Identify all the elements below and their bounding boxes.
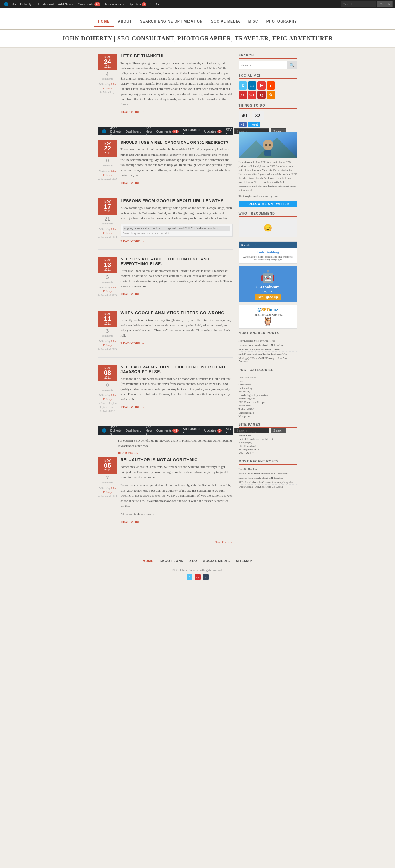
sidebar-search-button[interactable]: 🔍 xyxy=(287,61,297,69)
recent-1[interactable]: Should I use a Rel=Canonical or 301 Redi… xyxy=(239,471,297,476)
page-3[interactable]: Photography xyxy=(239,441,297,444)
page-6[interactable]: What is SEO? xyxy=(239,451,297,455)
most-shared-item-2[interactable]: #1 at SEO for @everywhereeat. I would... xyxy=(239,347,297,352)
post-2-title[interactable]: Should I Use a Rel=Canonical or 301 Redi… xyxy=(121,140,233,145)
ab2-user[interactable]: John Doherty ▾ xyxy=(109,125,124,138)
footer-nav-social[interactable]: Social Media xyxy=(203,559,230,562)
ab2-dashboard[interactable]: Dashboard xyxy=(124,128,143,134)
post-4-read-more[interactable]: Read more xyxy=(121,292,145,296)
admin-search-button[interactable]: Search xyxy=(377,1,393,7)
ab2-comments[interactable]: Comments 42 xyxy=(154,128,180,135)
post-6-read-more[interactable]: Read more xyxy=(121,405,145,409)
footer-twitter-icon[interactable]: 𝕥 xyxy=(186,574,192,580)
gplus-icon[interactable]: g+ xyxy=(239,91,247,99)
wp-logo-icon[interactable] xyxy=(2,1,10,7)
things-gplus-button[interactable]: +1 xyxy=(239,122,247,127)
post-5-read-more[interactable]: Read more xyxy=(121,342,145,345)
cat-2[interactable]: Guest Posts xyxy=(239,383,297,386)
post-7-title[interactable]: Rel=Author is Not Algorithmic xyxy=(121,457,233,462)
post-5-title[interactable]: When Google Analytics Filters Go Wrong xyxy=(121,310,233,315)
nav-about[interactable]: About xyxy=(114,17,136,27)
cat-4[interactable]: Miscellany xyxy=(239,390,297,393)
admin-seo[interactable]: SEO ▾ xyxy=(148,1,161,7)
cat-0[interactable]: Book Publishing xyxy=(239,376,297,379)
footer-tumblr-icon[interactable]: t xyxy=(203,574,209,580)
cat-1[interactable]: Excel xyxy=(239,379,297,383)
most-shared-item-0[interactable]: How Distilled Stole My Page Title xyxy=(239,339,297,343)
admin-dashboard[interactable]: Dashboard xyxy=(36,1,56,7)
youtube-icon[interactable]: ▶ xyxy=(257,81,266,90)
nav-home[interactable]: Home xyxy=(94,17,114,27)
admin-user-menu[interactable]: John Doherty ▾ xyxy=(10,1,36,7)
page-1[interactable]: About John xyxy=(239,434,297,437)
follow-twitter-button[interactable]: Follow Me on Twitter xyxy=(239,201,297,207)
post-1-read-more[interactable]: Read More xyxy=(121,110,145,114)
post-2-read-more[interactable]: Read more xyxy=(121,181,145,185)
seo-software-ad[interactable]: 🤖 SEO Software simplified Get Signed Up xyxy=(239,266,297,302)
ab3-updates[interactable]: Updates 3 xyxy=(203,428,224,434)
ab2-addnew[interactable]: Add New ▾ xyxy=(144,125,154,138)
page-5[interactable]: The Beginner SEO xyxy=(239,448,297,451)
cat-7[interactable]: SEO Conference Recaps xyxy=(239,400,297,404)
footer-nav-seo[interactable]: SEO xyxy=(189,559,197,562)
twitter-icon[interactable]: 𝕥 xyxy=(239,81,247,90)
footer-nav-home[interactable]: Home xyxy=(143,559,154,562)
nav-social[interactable]: Social Media xyxy=(207,17,244,27)
ab3-addnew[interactable]: Add New ▾ xyxy=(144,424,154,437)
cat-6[interactable]: Search Engines xyxy=(239,397,297,400)
post-4-title[interactable]: SEO: It's All About the Content. And Eve… xyxy=(121,257,233,266)
post-1-title[interactable]: Let's Be Thankful xyxy=(121,54,233,58)
seo-signup-button[interactable]: Get Signed Up xyxy=(255,294,281,300)
things-tweet-button[interactable]: Tweet xyxy=(248,122,260,127)
cat-9[interactable]: Technical SEO xyxy=(239,407,297,411)
recent-3[interactable]: SEO: It's all about the Content. And eve… xyxy=(239,480,297,485)
footer-nav-about[interactable]: About John xyxy=(159,559,184,562)
nav-photography[interactable]: Photography xyxy=(262,17,301,27)
link-building-ad[interactable]: BuzzStream for Link Building Automated t… xyxy=(239,242,297,264)
reddit-icon[interactable]: r xyxy=(267,81,275,90)
nav-seo[interactable]: Search Engine Optimization xyxy=(136,17,207,27)
most-shared-item-3[interactable]: Link Prospecting with Twitter Tools and … xyxy=(239,352,297,356)
ab3-appearance[interactable]: Appearance ▾ xyxy=(181,426,202,435)
post-6-title[interactable]: SEO Facepalms: Don't Hide Content Behind… xyxy=(121,365,233,374)
post-7-read-more[interactable]: Read More xyxy=(121,520,145,524)
post-3-title[interactable]: Lessons from Google about URL Lengths xyxy=(121,198,233,203)
recent-2[interactable]: Lessons from Google about URL Lengths xyxy=(239,476,297,480)
ab3-seo[interactable]: SEO ▾ xyxy=(224,426,234,435)
post-6-extra-read-more[interactable]: Read more xyxy=(118,451,142,455)
admin-appearance[interactable]: Appearance ▾ xyxy=(103,1,126,7)
ab3-comments[interactable]: Comments 42 xyxy=(154,428,180,434)
ab2-updates[interactable]: Updates 3 xyxy=(203,128,224,135)
cat-10[interactable]: Uncategorized xyxy=(239,411,297,414)
recent-0[interactable]: Let's Be Thankful xyxy=(239,467,297,471)
cat-8[interactable]: Social Media xyxy=(239,404,297,407)
older-posts-link[interactable]: Older Posts → xyxy=(214,540,233,544)
page-0[interactable]: @johnefd on Twitter xyxy=(239,430,297,434)
rss-icon[interactable]: ⊕ xyxy=(267,91,275,99)
most-shared-item-1[interactable]: Lessons from Google about URL Lengths xyxy=(239,343,297,347)
page-2[interactable]: Best of John Around the Internet xyxy=(239,437,297,441)
admin-search-input[interactable] xyxy=(341,1,376,7)
page-4[interactable]: SEO Consulting xyxy=(239,444,297,448)
sidebar-search-input[interactable] xyxy=(239,61,287,69)
seomoz-ad[interactable]: @SEOmoz Take HootSuite with you 🦉 xyxy=(239,305,297,329)
ab3-logo[interactable] xyxy=(100,427,108,434)
cat-11[interactable]: Wordpress xyxy=(239,414,297,418)
most-shared-item-4[interactable]: Making @SEOmoz's SERP Analyze Tool More … xyxy=(239,356,297,364)
cat-5[interactable]: Search Engine Optimization xyxy=(239,393,297,397)
footer-nav-sitemap[interactable]: Sitemap xyxy=(236,559,252,562)
footer-gplus-icon[interactable]: g+ xyxy=(195,574,201,580)
quora-icon[interactable]: Q xyxy=(257,91,266,99)
post-3-read-more[interactable]: Read more xyxy=(121,239,145,243)
linkedin-icon[interactable]: in xyxy=(248,81,256,90)
admin-add-new[interactable]: Add New ▾ xyxy=(56,1,75,7)
ab2-seo[interactable]: SEO ▾ xyxy=(224,127,234,136)
admin-comments[interactable]: Comments 42 xyxy=(76,1,102,7)
gplus2-icon[interactable]: G+ xyxy=(248,91,256,99)
nav-misc[interactable]: Misc xyxy=(244,17,262,27)
recent-4[interactable]: When Google Analytics Filters Go Wrong xyxy=(239,485,297,489)
ab3-dashboard[interactable]: Dashboard xyxy=(124,428,143,433)
ab3-user[interactable]: John Doherty ▾ xyxy=(109,424,124,437)
ab2-logo[interactable] xyxy=(100,128,108,135)
ab2-appearance[interactable]: Appearance ▾ xyxy=(181,127,202,136)
